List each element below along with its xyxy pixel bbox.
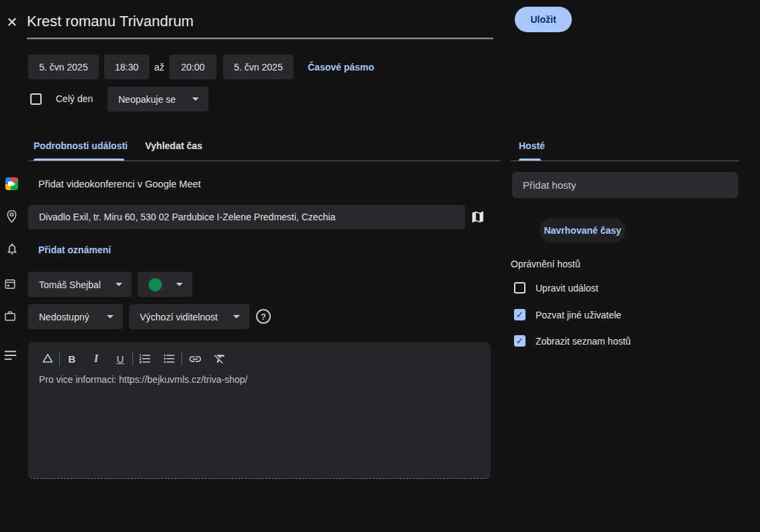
visibility-value: Výchozí viditelnost <box>140 312 218 322</box>
bold-button[interactable]: B <box>60 349 84 368</box>
event-color-dropdown[interactable] <box>138 272 192 297</box>
close-icon[interactable]: ✕ <box>4 14 20 30</box>
drive-icon <box>41 352 54 365</box>
visibility-dropdown[interactable]: Výchozí viditelnost <box>129 304 249 329</box>
link-icon <box>188 352 202 366</box>
notification-bell-icon <box>5 242 19 256</box>
chevron-down-icon <box>192 97 199 101</box>
add-google-meet-button[interactable]: Přidat videokonferenci v Google Meet <box>38 176 201 192</box>
description-icon <box>3 349 17 361</box>
guest-permissions-title: Oprávnění hostů <box>511 259 581 269</box>
save-button[interactable]: Uložit <box>515 7 572 32</box>
all-day-label: Celý den <box>56 89 93 108</box>
numbered-list-button[interactable] <box>133 349 157 368</box>
clear-formatting-icon <box>213 352 226 365</box>
start-date-chip[interactable]: 5. čvn 2025 <box>28 54 99 79</box>
event-color-swatch <box>149 278 162 292</box>
italic-button[interactable]: I <box>84 349 108 368</box>
permission-see-guest-list-label: Zobrazit seznam hostů <box>536 335 631 347</box>
chevron-down-icon <box>233 315 240 318</box>
calendar-owner-dropdown[interactable]: Tomáš Shejbal <box>28 272 132 297</box>
meet-icon-camera-lens <box>13 182 15 186</box>
bulleted-list-button[interactable] <box>157 349 181 368</box>
location-pin-icon <box>5 209 19 224</box>
recurrence-value: Neopakuje se <box>118 94 176 105</box>
permission-invite-others-label: Pozvat jiné uživatele <box>536 309 622 320</box>
description-editor[interactable]: B I U <box>28 342 491 479</box>
insert-from-drive-button[interactable] <box>36 349 59 368</box>
calendar-owner-value: Tomáš Shejbal <box>39 279 101 290</box>
all-day-checkbox[interactable]: ✓ <box>30 93 42 105</box>
numbered-list-icon <box>138 352 152 365</box>
permission-see-guest-list-checkbox[interactable]: ✓ <box>514 335 525 347</box>
event-edit-page: ✕ Krest romanu Trivandrum Uložit 5. čvn … <box>0 0 760 532</box>
calendar-icon <box>3 277 17 291</box>
busy-status-dropdown[interactable]: Nedostupný <box>28 304 123 329</box>
permission-modify-event-label: Upravit událost <box>536 282 598 294</box>
tab-event-details[interactable]: Podrobnosti události <box>34 140 128 151</box>
google-meet-icon <box>5 177 18 190</box>
help-icon[interactable]: ? <box>256 309 271 324</box>
busy-status-value: Nedostupný <box>39 312 89 322</box>
event-title-input[interactable]: Krest romanu Trivandrum <box>27 11 493 39</box>
chevron-down-icon <box>116 283 122 286</box>
end-time-chip[interactable]: 20:00 <box>169 54 216 79</box>
timezone-link[interactable]: Časové pásmo <box>308 54 374 79</box>
description-text[interactable]: Pro vice informaci: https://bejkuvmls.cz… <box>39 374 247 385</box>
check-icon: ✓ <box>516 337 523 345</box>
tab-find-time[interactable]: Vyhledat čas <box>145 140 202 151</box>
map-icon <box>470 210 485 224</box>
insert-link-button[interactable] <box>182 349 208 368</box>
open-map-button[interactable] <box>470 208 489 226</box>
add-notification-button[interactable]: Přidat oznámení <box>38 242 111 257</box>
meet-icon-camera-body <box>8 181 13 186</box>
tabs-divider <box>28 161 501 161</box>
recurrence-dropdown[interactable]: Neopakuje se <box>108 87 208 112</box>
end-date-chip[interactable]: 5. čvn 2025 <box>223 54 294 79</box>
suggested-times-button[interactable]: Navrhované časy <box>540 218 626 242</box>
guests-divider <box>511 161 739 161</box>
check-icon: ✓ <box>516 310 523 319</box>
clear-formatting-button[interactable] <box>208 349 232 368</box>
permission-invite-others-checkbox[interactable]: ✓ <box>514 309 525 320</box>
permission-modify-event-checkbox[interactable]: ✓ <box>514 282 525 294</box>
description-toolbar: B I U <box>28 349 491 369</box>
bulleted-list-icon <box>163 352 176 365</box>
underline-button[interactable]: U <box>108 349 132 368</box>
briefcase-icon <box>3 309 17 323</box>
chevron-down-icon <box>107 315 114 318</box>
start-time-chip[interactable]: 18:30 <box>104 54 149 79</box>
location-input[interactable] <box>28 205 465 229</box>
add-guests-input[interactable] <box>512 172 738 198</box>
chevron-down-icon <box>176 283 183 286</box>
tab-guests[interactable]: Hosté <box>519 140 545 151</box>
time-range-separator: až <box>151 54 168 79</box>
